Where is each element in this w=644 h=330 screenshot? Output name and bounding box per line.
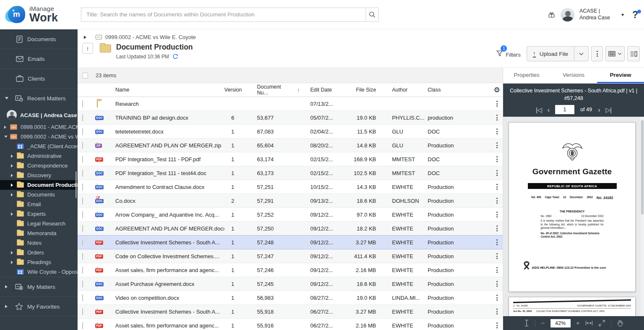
tree-item[interactable]: _ACME (Client Access) (0, 141, 78, 151)
row-checkbox[interactable] (82, 142, 83, 149)
table-row[interactable]: DOC AGREEMENT AND PLAN OF MERGER.docx 1 … (78, 222, 503, 236)
tree-expand-arrow-icon[interactable] (11, 183, 17, 187)
sidebar-user-node[interactable]: ACASE | Andrea Case (0, 108, 78, 122)
document-name[interactable]: Asset Purchase Agreement.docx (109, 281, 224, 287)
row-menu-kebab-icon[interactable] (495, 224, 499, 233)
table-row[interactable]: PDF Code on Collective Investment Scheme… (78, 249, 503, 263)
fullscreen-icon[interactable] (598, 320, 605, 327)
go-up-button[interactable]: ↑ (82, 43, 93, 54)
tree-expand-arrow-icon[interactable] (11, 212, 17, 216)
row-menu-kebab-icon[interactable] (495, 238, 499, 246)
row-checkbox[interactable] (82, 156, 83, 163)
table-row[interactable]: DOC PDF Integration_Test 111 - test44.do… (78, 166, 503, 180)
table-row[interactable]: DOC Video on competition.docx 1 56,983 0… (78, 291, 503, 305)
zoom-in-icon[interactable]: + (576, 320, 580, 327)
document-name[interactable]: Code on Collective Investment Schemes...… (109, 253, 224, 259)
document-name[interactable]: Asset sales, firm performance and agenc.… (109, 267, 224, 273)
whats-new-icon[interactable] (548, 11, 556, 19)
user-menu-caret-icon[interactable]: ▾ (621, 12, 624, 18)
more-actions-button[interactable] (591, 46, 603, 61)
table-row[interactable]: DOC Co.docx 2 57,291 09/13/2... 18.6 KB … (78, 194, 503, 208)
column-file-size[interactable]: File Size (346, 87, 376, 93)
table-row[interactable]: DOC TRAINING BP ad design.docx 6 53,677 … (78, 111, 503, 125)
row-checkbox[interactable] (82, 114, 83, 121)
column-version[interactable]: Version (224, 87, 241, 93)
tree-item[interactable]: Notes (0, 238, 78, 248)
tree-expand-arrow-icon[interactable] (11, 155, 17, 158)
row-checkbox[interactable] (82, 170, 83, 177)
row-menu-kebab-icon[interactable] (495, 307, 499, 316)
row-menu-kebab-icon[interactable] (495, 141, 499, 149)
upload-file-button[interactable]: ↑ Upload File (527, 46, 574, 61)
tree-item[interactable]: Wile Coyote - Opposing (0, 267, 78, 277)
tree-item[interactable]: Memoranda (0, 228, 78, 238)
sidebar-item-clients[interactable]: Clients (0, 69, 78, 89)
row-checkbox[interactable] (82, 211, 83, 218)
sidebar-section-recent-matters[interactable]: Recent Matters (0, 89, 78, 108)
row-checkbox[interactable] (82, 280, 83, 288)
document-name[interactable]: PDF Integration_Test 111 - PDF.pdf (109, 156, 224, 162)
tree-item[interactable]: Administrative (0, 151, 78, 161)
tree-item[interactable]: Correspondence (0, 161, 78, 170)
row-menu-kebab-icon[interactable] (495, 127, 499, 136)
row-menu-kebab-icon[interactable] (495, 196, 499, 205)
row-checkbox[interactable] (82, 239, 83, 246)
column-author[interactable]: Author (376, 87, 426, 93)
tree-item[interactable]: Documents (0, 190, 78, 199)
column-class[interactable]: Class (426, 87, 480, 93)
document-name[interactable]: TRAINING BP ad design.docx (109, 115, 224, 121)
first-page-icon[interactable]: |◁ (536, 107, 541, 113)
document-name[interactable]: Collective Investment Schemes - South A.… (109, 239, 224, 246)
row-checkbox[interactable] (82, 183, 83, 191)
row-checkbox[interactable] (82, 197, 83, 204)
row-checkbox[interactable] (82, 294, 83, 301)
row-menu-kebab-icon[interactable] (495, 321, 499, 330)
document-name[interactable]: AGREEMENT AND PLAN OF MERGER.docx (109, 225, 224, 232)
table-row[interactable]: DOC tetetetetetretet.docx 1 67,083 02/04… (78, 125, 503, 139)
table-row[interactable]: DOC Arrow Company_ and Aquantive Inc. Ac… (78, 208, 503, 222)
column-name[interactable]: Name (109, 87, 224, 93)
tab-preview[interactable]: Preview (597, 68, 644, 83)
pan-hand-tool-icon[interactable] (617, 320, 623, 327)
preview-scrollbar[interactable] (641, 117, 644, 316)
table-row[interactable]: PDF Collective Investment Schemes - Sout… (78, 236, 503, 249)
text-select-tool-icon[interactable] (524, 320, 530, 327)
page-number-input[interactable] (555, 105, 574, 114)
tree-item[interactable]: Legal Research (0, 219, 78, 228)
view-options-button[interactable] (605, 46, 625, 61)
table-row[interactable]: PDF Asset sales, firm performance and ag… (78, 319, 503, 330)
tab-versions[interactable]: Versions (550, 68, 597, 83)
document-name[interactable]: Co.docx (109, 198, 224, 204)
sidebar-section-my-favorites[interactable]: My Favorites (0, 297, 78, 316)
column-edit-date[interactable]: Edit Date (300, 87, 346, 93)
select-all-checkbox[interactable] (82, 73, 88, 79)
document-name[interactable]: AGREEMENT AND PLAN OF MERGER.zip (109, 142, 224, 149)
tab-properties[interactable]: Properties (503, 68, 550, 83)
column-settings-gear-icon[interactable]: ⚙ (493, 86, 500, 94)
previous-page-icon[interactable]: ‹ (547, 106, 549, 113)
tree-item[interactable]: Experts (0, 209, 78, 219)
toggle-preview-panel-button[interactable] (627, 46, 640, 61)
tree-item[interactable]: Pleadings (0, 257, 78, 267)
sidebar-item-emails[interactable]: Emails (0, 49, 78, 69)
document-name[interactable]: Arrow Company_ and Aquantive Inc. Acq... (109, 212, 224, 218)
column-document-number[interactable]: Document Nu...↑ (241, 84, 300, 96)
row-menu-kebab-icon[interactable] (495, 293, 499, 302)
upload-options-button[interactable] (574, 46, 589, 61)
table-row[interactable]: DOC Amendment to Contract Clause.docx 1 … (78, 180, 503, 194)
tree-expand-arrow-icon[interactable] (11, 164, 17, 168)
zoom-level-input[interactable] (551, 319, 571, 327)
document-name[interactable]: Collective Investment Schemes - South A.… (109, 309, 224, 315)
filters-button[interactable]: 1 Filters (496, 49, 520, 58)
sidebar-item-documents[interactable]: Documents (0, 29, 78, 49)
next-page-icon[interactable]: › (598, 106, 600, 113)
tree-expand-arrow-icon[interactable] (4, 136, 10, 138)
breadcrumb-matter-link[interactable]: 0999.0002 - ACME vs Wile E. Coyote (105, 34, 196, 40)
tree-item[interactable]: Document Production (0, 180, 78, 190)
row-checkbox[interactable] (82, 267, 83, 274)
table-row[interactable]: PDF Asset sales, firm performance and ag… (78, 263, 503, 277)
row-menu-kebab-icon[interactable] (495, 169, 499, 177)
zoom-out-icon[interactable]: − (541, 320, 545, 327)
document-name[interactable]: tetetetetetretet.docx (109, 128, 224, 135)
row-menu-kebab-icon[interactable] (495, 266, 499, 274)
